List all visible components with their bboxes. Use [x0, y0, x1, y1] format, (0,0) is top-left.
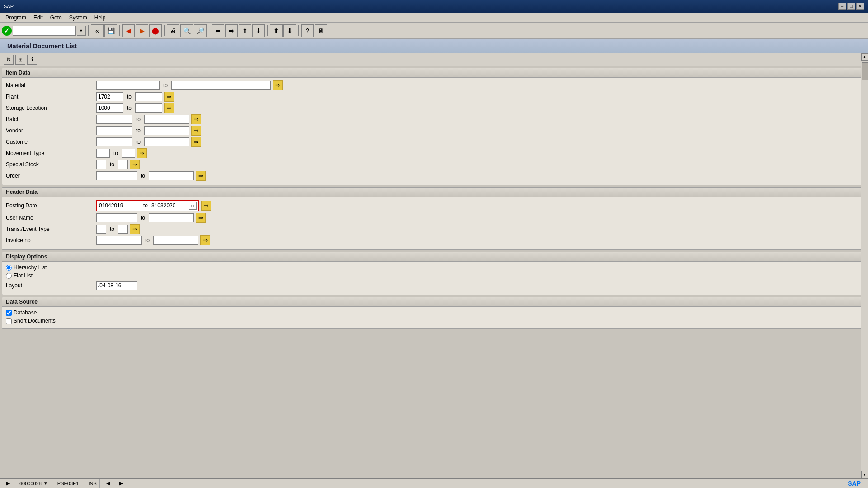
special-from-input[interactable]	[96, 160, 106, 169]
material-arrow-button[interactable]: ⇒	[273, 80, 283, 90]
status-mode: INS	[86, 479, 100, 488]
command-dropdown[interactable]: ▼	[77, 26, 86, 36]
batch-from-input[interactable]	[96, 115, 132, 124]
material-from-input[interactable]	[96, 81, 160, 90]
find-next-button[interactable]: 🔎	[194, 24, 207, 37]
posting-date-to-input[interactable]	[151, 202, 188, 210]
material-label: Material	[6, 82, 96, 89]
posting-date-row: Posting Date to □ ⇒	[6, 200, 862, 211]
posting-date-arrow-button[interactable]: ⇒	[201, 201, 211, 211]
menu-program[interactable]: Program	[2, 14, 30, 22]
special-to-input[interactable]	[118, 160, 128, 169]
short-documents-label[interactable]: Short Documents	[14, 318, 56, 324]
movement-arrow-button[interactable]: ⇒	[137, 148, 147, 158]
find-button[interactable]: 🔍	[180, 24, 193, 37]
arrow-up-button[interactable]: ⬆	[239, 24, 251, 37]
short-documents-checkbox[interactable]	[6, 318, 12, 324]
scrollbar-down-arrow[interactable]: ▼	[861, 471, 868, 478]
database-label[interactable]: Database	[14, 310, 37, 316]
movement-type-label: Movement Type	[6, 150, 96, 156]
calendar-button[interactable]: □	[189, 202, 197, 210]
menu-goto[interactable]: Goto	[47, 14, 66, 22]
page-title: Material Document List	[7, 42, 77, 50]
title-bar-controls: − □ ✕	[838, 3, 864, 10]
info-button[interactable]: ℹ	[27, 55, 37, 65]
help-button[interactable]: ?	[301, 24, 314, 37]
batch-label: Batch	[6, 116, 96, 122]
status-play-button[interactable]: ▶	[4, 479, 13, 488]
trans-from-input[interactable]	[96, 225, 106, 234]
scrollbar-up-arrow[interactable]: ▲	[861, 53, 868, 61]
user-name-from-input[interactable]	[96, 213, 137, 222]
user-name-arrow-button[interactable]: ⇒	[196, 213, 206, 223]
order-to-input[interactable]	[149, 171, 194, 180]
customer-from-input[interactable]	[96, 137, 132, 146]
command-input[interactable]	[13, 26, 76, 36]
invoice-arrow-button[interactable]: ⇒	[200, 235, 210, 245]
posting-date-from-input[interactable]	[99, 202, 140, 210]
order-arrow-button[interactable]: ⇒	[196, 171, 206, 181]
menu-edit[interactable]: Edit	[30, 14, 47, 22]
minimize-button[interactable]: −	[838, 3, 846, 10]
storage-to-label: to	[127, 105, 132, 111]
database-checkbox[interactable]	[6, 310, 12, 316]
menu-system[interactable]: System	[66, 14, 91, 22]
vendor-arrow-button[interactable]: ⇒	[191, 126, 201, 136]
batch-to-input[interactable]	[144, 115, 189, 124]
hierarchy-list-label[interactable]: Hierarchy List	[14, 264, 47, 271]
movement-from-input[interactable]	[96, 149, 110, 158]
status-arrow-left[interactable]: ◀	[104, 479, 113, 488]
arrow-left-button[interactable]: ⬅	[212, 24, 224, 37]
stop-button[interactable]: ⬤	[149, 24, 162, 37]
vendor-to-input[interactable]	[144, 126, 189, 135]
print-button[interactable]: 🖨	[167, 24, 179, 37]
invoice-to-input[interactable]	[153, 236, 198, 245]
hierarchy-list-radio[interactable]	[6, 265, 12, 271]
header-data-section: Header Data Posting Date to □ ⇒ User Nam…	[2, 187, 866, 250]
status-dropdown-arrow[interactable]: ▼	[43, 481, 48, 486]
vendor-from-input[interactable]	[96, 126, 132, 135]
status-arrow-right[interactable]: ▶	[117, 479, 126, 488]
trans-arrow-button[interactable]: ⇒	[130, 224, 140, 234]
invoice-row: Invoice no to ⇒	[6, 235, 862, 245]
trans-to-input[interactable]	[118, 225, 128, 234]
storage-to-input[interactable]	[135, 103, 162, 113]
nav-first-button[interactable]: «	[91, 24, 104, 37]
copy-button[interactable]: ⊞	[15, 55, 25, 65]
upload-button[interactable]: ⬆	[270, 24, 283, 37]
separator-4	[209, 25, 209, 36]
download-button[interactable]: ⬇	[283, 24, 296, 37]
arrow-down-button[interactable]: ⬇	[252, 24, 265, 37]
forward-button[interactable]: ▶	[136, 24, 148, 37]
monitor-button[interactable]: 🖥	[315, 24, 327, 37]
user-name-to-input[interactable]	[149, 213, 194, 222]
close-button[interactable]: ✕	[856, 3, 864, 10]
flat-list-radio[interactable]	[6, 273, 12, 279]
scrollbar-thumb[interactable]	[862, 62, 868, 80]
flat-list-label[interactable]: Flat List	[14, 272, 33, 279]
customer-to-input[interactable]	[144, 137, 189, 146]
plant-to-input[interactable]	[135, 92, 162, 101]
layout-input[interactable]	[96, 281, 137, 290]
back-button[interactable]: ◀	[122, 24, 135, 37]
maximize-button[interactable]: □	[847, 3, 855, 10]
special-arrow-button[interactable]: ⇒	[130, 160, 140, 169]
storage-arrow-button[interactable]: ⇒	[164, 103, 174, 113]
save-button[interactable]: 💾	[104, 24, 117, 37]
plant-arrow-button[interactable]: ⇒	[164, 92, 174, 102]
ok-button[interactable]: ✓	[2, 26, 12, 36]
arrow-right-button[interactable]: ➡	[225, 24, 238, 37]
batch-arrow-button[interactable]: ⇒	[191, 114, 201, 124]
data-source-header: Data Source	[2, 297, 866, 307]
order-from-input[interactable]	[96, 171, 137, 180]
customer-arrow-button[interactable]: ⇒	[191, 137, 201, 147]
item-data-header: Item Data	[2, 68, 866, 78]
storage-from-input[interactable]	[96, 103, 123, 113]
movement-to-input[interactable]	[122, 149, 135, 158]
material-to-input[interactable]	[171, 81, 271, 90]
menu-help[interactable]: Help	[91, 14, 109, 22]
separator-6	[298, 25, 299, 36]
refresh-button[interactable]: ↻	[4, 55, 14, 65]
invoice-from-input[interactable]	[96, 236, 142, 245]
plant-from-input[interactable]	[96, 92, 123, 101]
